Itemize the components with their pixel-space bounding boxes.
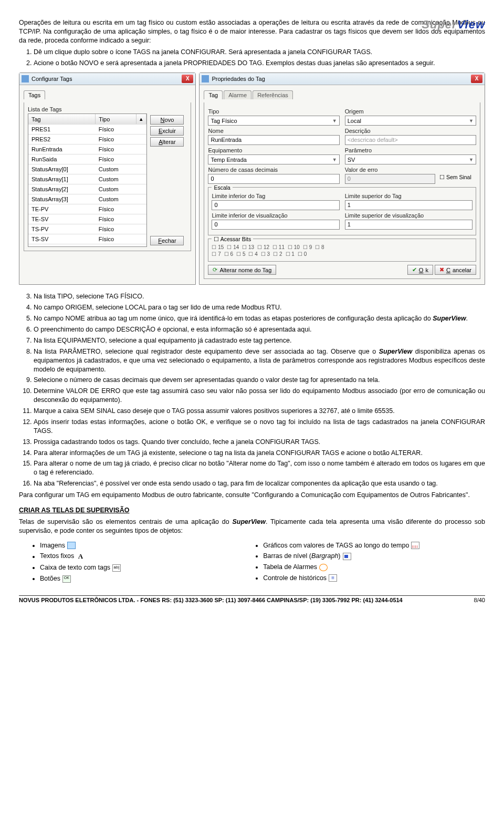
- bit-checkbox[interactable]: 14: [227, 244, 239, 250]
- table-row[interactable]: StatusArray[1]Custom: [28, 174, 146, 184]
- bit-checkbox[interactable]: 6: [224, 251, 233, 257]
- app-icon: [22, 75, 29, 82]
- intro-steps: Dê um clique duplo sobre o ícone TAGS na…: [34, 48, 485, 68]
- alarm-icon: [319, 564, 328, 571]
- table-row[interactable]: RunEntradaFísico: [28, 144, 146, 154]
- bit-checkbox[interactable]: 4: [248, 251, 257, 257]
- window-propriedades-tag: Propriedades do Tag X Tag Alarme Referên…: [199, 73, 485, 285]
- step-15: Para alterar o nome de um tag já criado,…: [34, 459, 485, 477]
- section-intro: Telas de supervisão são os elementos cen…: [19, 518, 485, 535]
- bit-checkbox[interactable]: 8: [315, 244, 324, 250]
- bits-group: Acessar Bits 15141312111098 76543210: [208, 239, 476, 262]
- step-5: No campo NOME atribua ao tag um nome úni…: [34, 314, 485, 323]
- lbl-param: Parâmetro: [345, 147, 476, 153]
- text-icon: A: [78, 552, 83, 561]
- vinf-input[interactable]: 0: [212, 220, 339, 230]
- param-select[interactable]: SV: [345, 154, 476, 164]
- step-16: Na aba "Referencias", é possível ver ond…: [34, 479, 485, 488]
- chart-icon: [411, 542, 419, 549]
- tab-alarme[interactable]: Alarme: [224, 90, 251, 99]
- excluir-button[interactable]: Excluir: [150, 126, 184, 136]
- col-sort[interactable]: ▴: [136, 114, 146, 125]
- cancelar-button[interactable]: ✖Cancelar: [435, 265, 476, 275]
- descricao-input[interactable]: <descricao default>: [345, 135, 476, 145]
- table-row[interactable]: StatusArray[3]Custom: [28, 194, 146, 204]
- obj-textos: Textos fixos A: [40, 552, 226, 561]
- step-4: No campo ORIGEM, selecione LOCAL para o …: [34, 303, 485, 312]
- fechar-button[interactable]: Fechar: [150, 236, 184, 245]
- ok-button[interactable]: ✔Ok: [407, 265, 433, 275]
- bit-checkbox[interactable]: 11: [272, 244, 285, 250]
- casas-input[interactable]: 0: [208, 174, 339, 184]
- table-row[interactable]: StatusArray[0]Custom: [28, 164, 146, 174]
- step-6: O preenchimento do campo DESCRIÇÃO é opc…: [34, 325, 485, 334]
- bit-checkbox[interactable]: 9: [303, 244, 312, 250]
- bit-checkbox[interactable]: 3: [261, 251, 270, 257]
- bit-checkbox[interactable]: 10: [288, 244, 300, 250]
- table-row[interactable]: TE-SVFísico: [28, 214, 146, 224]
- table-row[interactable]: TS-PVFísico: [28, 224, 146, 234]
- origem-select[interactable]: Local: [345, 116, 476, 126]
- nome-input[interactable]: RunEntrada: [208, 135, 339, 145]
- step-9: Selecione o número de casas decimais que…: [34, 376, 485, 385]
- vsup-input[interactable]: 1: [345, 220, 472, 230]
- obj-barras: Barras de nível (Bargraph): [263, 552, 485, 560]
- lbl-lsup: Limite superior do Tag: [345, 193, 472, 199]
- textbox-icon: ab|: [112, 564, 121, 572]
- step-8: Na lista PARÂMETRO, selecione qual regis…: [34, 347, 485, 374]
- sem-sinal-checkbox[interactable]: Sem Sinal: [439, 174, 471, 180]
- lbl-equip: Equipamento: [208, 147, 339, 153]
- object-types: Imagens Textos fixos A Caixa de texto co…: [19, 539, 485, 586]
- linf-input[interactable]: 0: [212, 200, 339, 210]
- table-row[interactable]: PRES1Físico: [28, 125, 146, 135]
- step-1: Dê um clique duplo sobre o ícone TAGS na…: [34, 48, 485, 57]
- col-tipo[interactable]: Tipo: [96, 114, 136, 125]
- step-14: Para alterar informações de um TAG já ex…: [34, 449, 485, 458]
- tipo-select[interactable]: Tag Físico: [208, 116, 339, 126]
- tab-tags[interactable]: Tags: [24, 90, 45, 99]
- bits-row-high: 15141312111098: [212, 244, 472, 250]
- bit-checkbox[interactable]: 1: [286, 251, 295, 257]
- section-heading: CRIAR AS TELAS DE SUPERVISÃO: [19, 506, 485, 515]
- equip-select[interactable]: Temp Entrada: [208, 154, 339, 164]
- tab-referencias[interactable]: Referências: [253, 90, 293, 99]
- step-13: Prossiga cadastrando todos os tags. Quan…: [34, 438, 485, 447]
- bit-checkbox[interactable]: 5: [236, 251, 245, 257]
- step-3: Na lista TIPO, selecione TAG FÍSICO.: [34, 292, 485, 301]
- lbl-vsup: Limite superior de visualização: [345, 212, 472, 219]
- alterar-button[interactable]: Alterar: [150, 137, 184, 147]
- bit-checkbox[interactable]: 0: [298, 251, 307, 257]
- bit-checkbox[interactable]: 12: [257, 244, 269, 250]
- lbl-nome: Nome: [208, 128, 339, 134]
- titlebar: Configurar Tags X: [19, 73, 195, 85]
- bit-checkbox[interactable]: 2: [273, 251, 282, 257]
- novo-button[interactable]: Novo: [150, 115, 184, 125]
- alterar-nome-button[interactable]: ⟳Alterar nome do Tag: [208, 265, 276, 275]
- bit-checkbox[interactable]: 13: [242, 244, 254, 250]
- step-7: Na lista EQUIPAMENTO, selecione a qual e…: [34, 336, 485, 345]
- table-row[interactable]: StatusArray[2]Custom: [28, 184, 146, 194]
- bit-checkbox[interactable]: 7: [212, 251, 220, 257]
- acessar-bits-checkbox[interactable]: Acessar Bits: [212, 236, 253, 242]
- table-row[interactable]: TE-PVFísico: [28, 204, 146, 214]
- post-paragraph: Para configurar um TAG em equipamento Mo…: [19, 491, 485, 500]
- close-icon[interactable]: X: [471, 75, 482, 83]
- tags-table[interactable]: TagTipo▴ PRES1FísicoPRES2FísicoRunEntrad…: [28, 113, 147, 247]
- obj-botoes: BotõesOK: [40, 575, 226, 583]
- col-tag[interactable]: Tag: [28, 114, 96, 125]
- table-row[interactable]: TS-SVFísico: [28, 234, 146, 244]
- obj-historicos: Controle de históricos: [263, 574, 485, 582]
- step-2: Acione o botão NOVO e será apresentada a…: [34, 59, 485, 68]
- escala-legend: Escala: [212, 184, 233, 191]
- table-row[interactable]: PRES2Físico: [28, 135, 146, 144]
- tab-tag[interactable]: Tag: [204, 90, 223, 99]
- lsup-input[interactable]: 1: [345, 200, 472, 210]
- post-steps: Na lista TIPO, selecione TAG FÍSICO. No …: [34, 292, 485, 488]
- button-icon: OK: [62, 575, 71, 583]
- page-number: 8/40: [474, 597, 485, 603]
- close-icon[interactable]: X: [182, 75, 193, 83]
- table-row[interactable]: RunSaidaFísico: [28, 154, 146, 164]
- bargraph-icon: [343, 553, 351, 560]
- lbl-vinf: Limite inferior de visualização: [212, 212, 339, 219]
- bit-checkbox[interactable]: 15: [212, 244, 224, 250]
